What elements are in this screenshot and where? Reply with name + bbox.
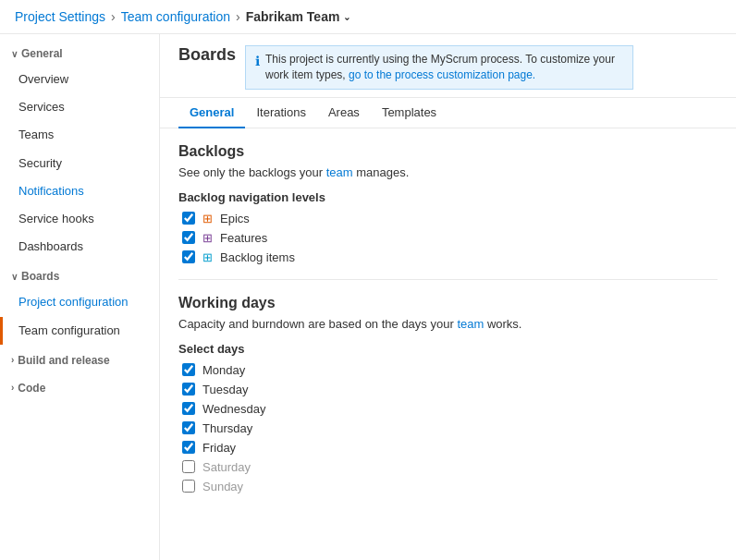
sidebar-section-general: ∨ General Overview Services Teams Securi… <box>0 42 159 261</box>
info-icon: ℹ <box>255 53 260 71</box>
divider <box>178 279 718 280</box>
day-friday: Friday <box>178 441 718 455</box>
epics-label: Epics <box>220 212 250 225</box>
info-text: This project is currently using the MySc… <box>265 52 623 83</box>
backlogs-desc: See only the backlogs your team manages. <box>178 165 718 179</box>
tab-areas[interactable]: Areas <box>317 98 371 128</box>
day-monday: Monday <box>178 363 718 377</box>
chevron-icon: ∨ <box>11 49 18 59</box>
sidebar-item-teams[interactable]: Teams <box>0 121 159 149</box>
tab-iterations[interactable]: Iterations <box>245 98 316 128</box>
tab-templates[interactable]: Templates <box>371 98 448 128</box>
sidebar-item-security[interactable]: Security <box>0 150 159 177</box>
working-days-desc: Capacity and burndown are based on the d… <box>178 317 718 331</box>
sidebar-item-services[interactable]: Services <box>0 93 159 121</box>
wednesday-checkbox[interactable] <box>182 402 195 415</box>
backlog-item-epics: ⊞ Epics <box>178 212 718 225</box>
saturday-checkbox[interactable] <box>182 460 195 473</box>
sidebar-group-build-release[interactable]: › Build and release <box>0 348 159 372</box>
day-saturday: Saturday <box>178 460 718 474</box>
friday-label: Friday <box>202 441 236 455</box>
backlogs-title: Backlogs <box>178 143 718 160</box>
backlog-items-checkbox[interactable] <box>182 250 195 263</box>
epics-checkbox[interactable] <box>182 212 195 225</box>
backlogs-section: Backlogs See only the backlogs your team… <box>178 143 718 264</box>
sunday-checkbox[interactable] <box>182 480 195 493</box>
backlogs-team-link[interactable]: team <box>326 165 353 179</box>
saturday-label: Saturday <box>202 460 251 474</box>
breadcrumb-project-settings[interactable]: Project Settings <box>15 9 105 24</box>
sidebar-section-code: › Code <box>0 376 159 400</box>
sidebar-group-boards[interactable]: ∨ Boards <box>0 264 159 288</box>
day-thursday: Thursday <box>178 421 718 435</box>
features-icon: ⊞ <box>202 231 213 245</box>
sidebar: ∨ General Overview Services Teams Securi… <box>0 34 160 560</box>
breadcrumb-team-configuration[interactable]: Team configuration <box>121 9 230 24</box>
sunday-label: Sunday <box>202 480 243 493</box>
breadcrumb-sep-1: › <box>111 9 116 24</box>
day-tuesday: Tuesday <box>178 383 718 396</box>
epics-icon: ⊞ <box>202 212 213 225</box>
monday-checkbox[interactable] <box>182 363 195 376</box>
tuesday-label: Tuesday <box>202 383 248 396</box>
sidebar-item-project-configuration[interactable]: Project configuration <box>0 288 159 316</box>
chevron-right-icon: › <box>11 355 14 365</box>
thursday-checkbox[interactable] <box>182 421 195 434</box>
boards-title: Boards <box>178 45 236 65</box>
day-wednesday: Wednesday <box>178 402 718 416</box>
nav-levels-title: Backlog navigation levels <box>178 190 718 204</box>
backlog-items-icon: ⊞ <box>202 250 213 264</box>
breadcrumb: Project Settings › Team configuration › … <box>0 0 736 34</box>
chevron-icon: ∨ <box>11 272 18 282</box>
backlog-items-label: Backlog items <box>220 250 295 264</box>
backlog-item-backlog-items: ⊞ Backlog items <box>178 250 718 264</box>
backlog-item-features: ⊞ Features <box>178 231 718 245</box>
day-sunday: Sunday <box>178 480 718 493</box>
sidebar-section-build-release: › Build and release <box>0 348 159 372</box>
sidebar-item-notifications[interactable]: Notifications <box>0 177 159 205</box>
thursday-label: Thursday <box>202 421 252 435</box>
breadcrumb-current: Fabrikam Team ⌄ <box>246 9 351 24</box>
content-area: Backlogs See only the backlogs your team… <box>160 128 736 514</box>
boards-header: Boards ℹ This project is currently using… <box>160 34 736 98</box>
info-link[interactable]: go to the process customization page. <box>349 68 535 81</box>
wednesday-label: Wednesday <box>202 402 265 416</box>
sidebar-item-overview[interactable]: Overview <box>0 66 159 93</box>
sidebar-section-boards: ∨ Boards Project configuration Team conf… <box>0 264 159 344</box>
chevron-right-icon: › <box>11 383 14 393</box>
info-banner: ℹ This project is currently using the My… <box>245 45 633 90</box>
working-days-title: Working days <box>178 295 718 311</box>
features-checkbox[interactable] <box>182 231 195 244</box>
tuesday-checkbox[interactable] <box>182 383 195 396</box>
features-label: Features <box>220 231 267 245</box>
working-days-section: Working days Capacity and burndown are b… <box>178 295 718 493</box>
sidebar-item-dashboards[interactable]: Dashboards <box>0 233 159 261</box>
friday-checkbox[interactable] <box>182 441 195 454</box>
sidebar-group-general[interactable]: ∨ General <box>0 42 159 66</box>
main-content: Boards ℹ This project is currently using… <box>160 34 736 560</box>
select-days-title: Select days <box>178 342 718 356</box>
chevron-down-icon[interactable]: ⌄ <box>343 12 350 22</box>
sub-tabs: General Iterations Areas Templates <box>160 98 736 128</box>
working-days-team-link[interactable]: team <box>457 317 484 331</box>
monday-label: Monday <box>202 363 245 377</box>
sidebar-item-team-configuration[interactable]: Team configuration <box>0 317 159 345</box>
sidebar-item-service-hooks[interactable]: Service hooks <box>0 205 159 233</box>
sidebar-group-code[interactable]: › Code <box>0 376 159 400</box>
breadcrumb-sep-2: › <box>236 9 240 24</box>
tab-general[interactable]: General <box>178 98 245 128</box>
